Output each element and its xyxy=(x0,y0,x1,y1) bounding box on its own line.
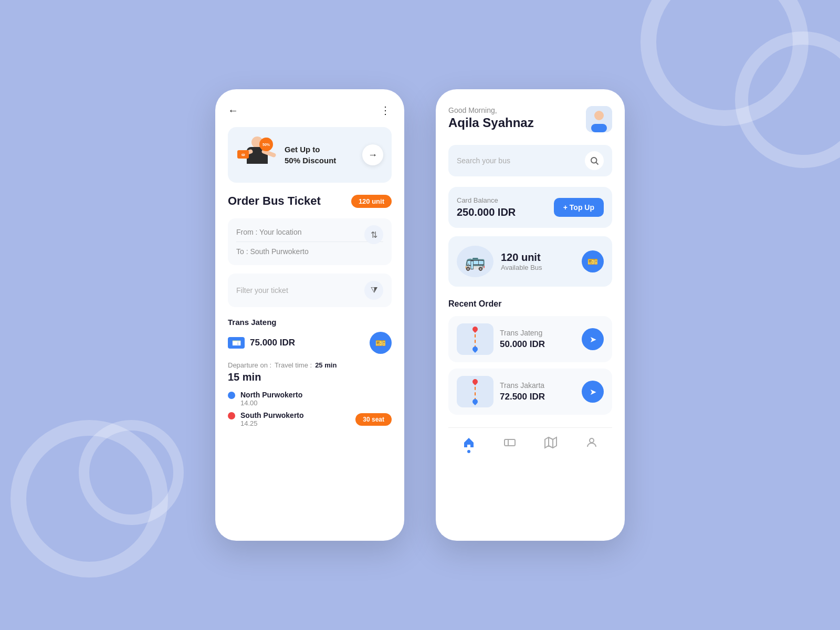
ticket-price-left: 75.000 IDR xyxy=(228,337,295,349)
balance-amount: 250.000 IDR xyxy=(457,206,516,218)
bg-decoration-2 xyxy=(735,32,840,168)
to-field[interactable]: To : South Purwokerto xyxy=(236,242,383,256)
nav-ticket[interactable] xyxy=(502,435,517,450)
ticket-price: 75.000 IDR xyxy=(250,338,295,348)
stop-from-row: North Purwokerto 14.00 xyxy=(228,391,392,407)
stop-from-time: 14.00 xyxy=(240,399,302,407)
bg-decoration-1 xyxy=(640,0,808,126)
back-button[interactable]: ← xyxy=(228,104,238,117)
svg-point-3 xyxy=(591,158,597,163)
stop-to-dot xyxy=(228,412,235,419)
order-price-1: 72.500 IDR xyxy=(500,392,575,402)
svg-rect-5 xyxy=(505,439,515,446)
banner-text: Get Up to 50% Discount xyxy=(285,144,356,166)
order-nav-button-1[interactable]: ➤ xyxy=(582,381,604,403)
svg-rect-2 xyxy=(591,124,607,132)
map-icon xyxy=(544,436,557,449)
coupon-badge: 🎟 xyxy=(237,150,249,159)
seat-badge: 30 seat xyxy=(355,413,392,426)
topup-button[interactable]: + Top Up xyxy=(554,198,604,217)
route-pin-top-0 xyxy=(471,326,479,333)
banner-illustration: 50% 🎟 xyxy=(236,136,278,173)
route-pin-top-1 xyxy=(471,378,479,385)
avatar-svg xyxy=(586,106,612,132)
home-icon xyxy=(463,436,475,449)
order-info-0: Trans Jateng 50.000 IDR xyxy=(500,329,575,350)
bus-info: 120 unit Available Bus xyxy=(501,251,574,271)
search-icon xyxy=(590,156,599,165)
banner-headline: Get Up to 50% Discount xyxy=(285,144,356,166)
stop-from-dot xyxy=(228,392,235,399)
location-form: From : Your location ⇅ To : South Purwok… xyxy=(228,218,392,265)
bus-label: Available Bus xyxy=(501,264,574,271)
title-row: Order Bus Ticket 120 unit xyxy=(228,194,392,208)
svg-line-4 xyxy=(596,162,598,164)
right-phone: Good Morning, Aqila Syahnaz Search your … xyxy=(436,89,625,541)
filter-section: Filter your ticket ⧩ xyxy=(228,274,392,307)
route-pin-bottom-0 xyxy=(471,345,479,353)
greeting-text: Good Morning, Aqila Syahnaz xyxy=(448,106,534,130)
wait-time: 15 min xyxy=(228,371,392,383)
ticket-type-icon xyxy=(228,337,245,349)
discount-badge: 50% xyxy=(259,138,273,151)
order-operator-1: Trans Jakarta xyxy=(500,381,575,390)
search-bar[interactable]: Search your bus xyxy=(448,145,612,176)
order-operator-0: Trans Jateng xyxy=(500,329,575,337)
svg-point-10 xyxy=(590,438,594,443)
nav-profile[interactable] xyxy=(584,435,599,450)
order-card-1: Trans Jakarta 72.500 IDR ➤ xyxy=(448,369,612,415)
phones-container: ← ⋮ 50% 🎟 Get Up to 50% Discount → xyxy=(215,89,625,541)
balance-label: Card Balance xyxy=(457,196,516,204)
greeting-label: Good Morning, xyxy=(448,106,534,114)
promo-banner: 50% 🎟 Get Up to 50% Discount → xyxy=(228,127,392,183)
banner-arrow-button[interactable]: → xyxy=(362,144,383,165)
svg-marker-7 xyxy=(545,437,556,448)
order-nav-button-0[interactable]: ➤ xyxy=(582,328,604,350)
nav-map[interactable] xyxy=(543,435,558,450)
unit-badge: 120 unit xyxy=(351,195,392,208)
stop-to-row: South Purwokerto 14.25 30 seat xyxy=(228,411,392,427)
nav-home[interactable] xyxy=(461,435,476,450)
stop-to-time: 14.25 xyxy=(240,419,304,427)
bg-decoration-3 xyxy=(10,420,168,578)
order-map-thumb-0 xyxy=(457,323,494,355)
travel-label: Travel time : xyxy=(275,361,312,369)
bottom-nav xyxy=(448,427,612,460)
route-pin-bottom-1 xyxy=(471,398,479,405)
ticket-operator: Trans Jateng xyxy=(228,318,392,327)
departure-label: Departure on : xyxy=(228,361,271,369)
search-button[interactable] xyxy=(585,151,604,170)
balance-card: Card Balance 250.000 IDR + Top Up xyxy=(448,187,612,228)
from-field[interactable]: From : Your location ⇅ xyxy=(236,228,383,242)
left-header: ← ⋮ xyxy=(228,104,392,117)
recent-orders-label: Recent Order xyxy=(448,299,612,309)
svg-point-1 xyxy=(594,111,604,120)
order-info-1: Trans Jakarta 72.500 IDR xyxy=(500,381,575,402)
order-card-0: Trans Jateng 50.000 IDR ➤ xyxy=(448,316,612,362)
search-placeholder-text: Search your bus xyxy=(457,156,510,165)
order-price-0: 50.000 IDR xyxy=(500,339,575,350)
travel-time: 25 min xyxy=(315,361,337,369)
stop-to-name: South Purwokerto xyxy=(240,411,304,419)
ticket-price-row: 75.000 IDR 🎫 xyxy=(228,332,392,354)
bus-icon: 🚌 xyxy=(457,246,494,277)
greeting-row: Good Morning, Aqila Syahnaz xyxy=(448,106,612,132)
filter-button[interactable]: ⧩ xyxy=(364,281,383,300)
ticket-icon xyxy=(503,436,516,449)
user-name: Aqila Syahnaz xyxy=(448,116,534,130)
more-options-button[interactable]: ⋮ xyxy=(380,104,392,117)
swap-button[interactable]: ⇅ xyxy=(364,225,383,244)
stop-to-info: South Purwokerto 14.25 xyxy=(240,411,304,427)
avatar[interactable] xyxy=(586,106,612,132)
bg-decoration-4 xyxy=(79,420,184,525)
ticket-card: Trans Jateng 75.000 IDR 🎫 Departure on :… xyxy=(228,318,392,427)
filter-text: Filter your ticket xyxy=(236,286,288,295)
order-map-thumb-1 xyxy=(457,376,494,407)
bus-count: 120 unit xyxy=(501,251,574,264)
bus-action-button[interactable]: 🎫 xyxy=(582,250,604,272)
stop-from-info: North Purwokerto 14.00 xyxy=(240,391,302,407)
page-title: Order Bus Ticket xyxy=(228,194,321,208)
ticket-departure-row: Departure on : Travel time : 25 min xyxy=(228,361,392,369)
book-button[interactable]: 🎫 xyxy=(370,332,392,354)
stop-from-name: North Purwokerto xyxy=(240,391,302,399)
